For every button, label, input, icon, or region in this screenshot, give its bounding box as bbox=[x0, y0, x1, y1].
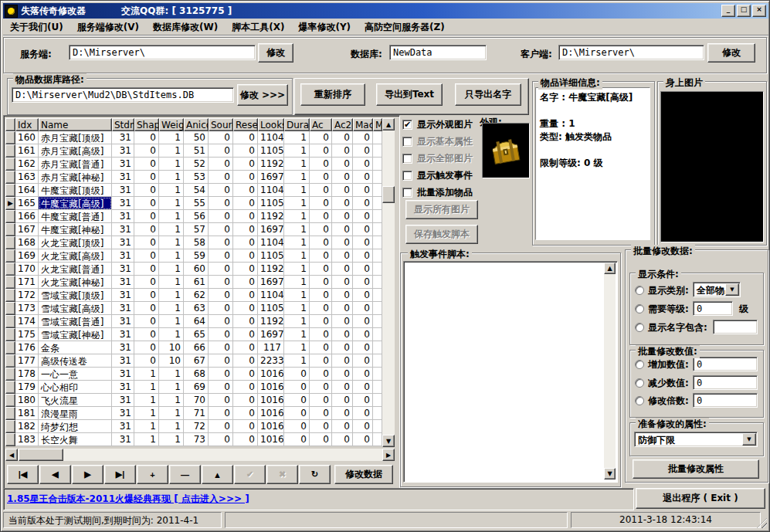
grid-cell[interactable] bbox=[373, 171, 382, 184]
grid-header-cell[interactable]: Weigh bbox=[159, 118, 184, 131]
grid-cell[interactable]: 1 bbox=[134, 394, 159, 407]
nav-first-button[interactable]: |◀ bbox=[7, 465, 39, 484]
grid-cell[interactable]: 31 bbox=[112, 394, 134, 407]
grid-cell[interactable]: 0 bbox=[310, 144, 332, 158]
grid-cell[interactable]: 2233 bbox=[258, 354, 284, 368]
modify-server-button[interactable]: 修改 bbox=[258, 43, 293, 63]
grid-cell[interactable]: 心心相印 bbox=[39, 381, 112, 394]
grid-cell[interactable]: 0 bbox=[310, 131, 332, 144]
grid-cell[interactable]: 1 bbox=[159, 210, 184, 223]
grid-cell[interactable]: 0 bbox=[332, 394, 353, 407]
grid-cell[interactable]: 31 bbox=[112, 315, 134, 328]
grid-cell[interactable]: 0 bbox=[332, 276, 353, 289]
grid-cell[interactable]: 1192 bbox=[258, 158, 284, 171]
grid-cell[interactable]: 赤月宝藏[顶级] bbox=[39, 131, 112, 144]
grid-cell[interactable]: 169 bbox=[15, 249, 39, 263]
grid-cell[interactable]: 160 bbox=[15, 131, 39, 144]
grid-cell[interactable]: 31 bbox=[112, 249, 134, 263]
grid-cell[interactable]: 0 bbox=[332, 368, 353, 381]
grid-cell[interactable]: 0 bbox=[310, 184, 332, 197]
grid-cell[interactable]: 0 bbox=[353, 433, 373, 446]
grid-cell[interactable]: 牛魔宝藏[普通] bbox=[39, 210, 112, 223]
grid-cell[interactable]: 0 bbox=[233, 171, 258, 184]
grid-cell[interactable]: 172 bbox=[15, 289, 39, 302]
row-indicator[interactable] bbox=[5, 394, 15, 407]
grid-cell[interactable]: 0 bbox=[134, 263, 159, 276]
grid-cell[interactable]: 31 bbox=[112, 381, 134, 394]
close-button[interactable]: × bbox=[752, 5, 766, 17]
grid-cell[interactable]: 31 bbox=[112, 368, 134, 381]
grid-cell[interactable]: 0 bbox=[233, 315, 258, 328]
grid-cell[interactable]: 170 bbox=[15, 263, 39, 276]
grid-cell[interactable]: 31 bbox=[112, 223, 134, 236]
grid-cell[interactable]: 1016 bbox=[258, 394, 284, 407]
grid-cell[interactable]: 0 bbox=[134, 158, 159, 171]
grid-cell[interactable]: 火龙宝藏[顶级] bbox=[39, 236, 112, 249]
grid-cell[interactable]: 56 bbox=[184, 210, 209, 223]
grid-cell[interactable]: 73 bbox=[184, 433, 209, 446]
grid-cell[interactable]: 0 bbox=[332, 381, 353, 394]
grid-cell[interactable]: 长空火舞 bbox=[39, 433, 112, 446]
grid-cell[interactable]: 117 bbox=[258, 341, 284, 354]
grid-cell[interactable]: 0 bbox=[310, 249, 332, 263]
grid-cell[interactable]: 31 bbox=[112, 341, 134, 354]
modify-path-button[interactable]: 修改 >>> bbox=[237, 84, 288, 106]
grid-cell[interactable]: 180 bbox=[15, 394, 39, 407]
grid-cell[interactable]: 0 bbox=[233, 381, 258, 394]
grid-cell[interactable]: 162 bbox=[15, 158, 39, 171]
grid-cell[interactable]: 火龙宝藏[神秘] bbox=[39, 276, 112, 289]
grid-cell[interactable]: 1016 bbox=[258, 420, 284, 433]
grid-cell[interactable]: 雪域宝藏[高级] bbox=[39, 302, 112, 315]
grid-header-cell[interactable]: Mac bbox=[353, 118, 373, 131]
grid-cell[interactable]: 0 bbox=[310, 433, 332, 446]
grid-cell[interactable]: 52 bbox=[184, 158, 209, 171]
grid-cell[interactable]: 1 bbox=[284, 210, 310, 223]
grid-cell[interactable]: 67 bbox=[184, 354, 209, 368]
grid-cell[interactable]: 1 bbox=[284, 354, 310, 368]
nav-insert-button[interactable]: + bbox=[137, 465, 168, 484]
grid-cell[interactable] bbox=[373, 341, 382, 354]
nav-refresh-button[interactable]: ↻ bbox=[299, 465, 331, 484]
grid-cell[interactable] bbox=[373, 263, 382, 276]
row-indicator[interactable] bbox=[5, 381, 15, 394]
radio-name-contains[interactable] bbox=[635, 323, 644, 332]
grid-cell[interactable]: 1 bbox=[134, 368, 159, 381]
grid-header-cell[interactable]: Ac2 bbox=[332, 118, 353, 131]
trigger-scroll-up-icon[interactable]: ▲ bbox=[604, 263, 616, 274]
grid-cell[interactable]: 1 bbox=[284, 171, 310, 184]
grid-cell[interactable]: 1697 bbox=[258, 223, 284, 236]
row-indicator[interactable] bbox=[5, 354, 15, 368]
grid-cell[interactable]: 0 bbox=[134, 131, 159, 144]
grid-cell[interactable]: 牛魔宝藏[神秘] bbox=[39, 223, 112, 236]
grid-cell[interactable]: 1 bbox=[159, 289, 184, 302]
grid-cell[interactable]: 10 bbox=[159, 354, 184, 368]
grid-header-cell[interactable]: Ma bbox=[373, 118, 382, 131]
grid-cell[interactable]: 31 bbox=[112, 210, 134, 223]
grid-cell[interactable]: 31 bbox=[112, 171, 134, 184]
grid-cell[interactable]: 57 bbox=[184, 223, 209, 236]
grid-cell[interactable]: 71 bbox=[184, 407, 209, 420]
grid-cell[interactable]: 1016 bbox=[258, 433, 284, 446]
grid-cell[interactable]: 火龙宝藏[普通] bbox=[39, 263, 112, 276]
grid-cell[interactable]: 0 bbox=[353, 354, 373, 368]
grid-cell[interactable]: 0 bbox=[209, 354, 233, 368]
grid-cell[interactable]: 0 bbox=[332, 315, 353, 328]
grid-cell[interactable]: 1697 bbox=[258, 328, 284, 341]
grid-cell[interactable]: 1104 bbox=[258, 184, 284, 197]
grid-cell[interactable]: 1 bbox=[284, 289, 310, 302]
grid-cell[interactable]: 58 bbox=[184, 236, 209, 249]
grid-cell[interactable]: 0 bbox=[134, 249, 159, 263]
grid-cell[interactable]: 0 bbox=[233, 144, 258, 158]
grid-cell[interactable]: 31 bbox=[112, 263, 134, 276]
grid-cell[interactable]: 0 bbox=[353, 302, 373, 315]
grid-cell[interactable]: 雪域宝藏[神秘] bbox=[39, 328, 112, 341]
grid-cell[interactable]: 65 bbox=[184, 328, 209, 341]
row-indicator[interactable] bbox=[5, 302, 15, 315]
grid-cell[interactable]: 0 bbox=[209, 184, 233, 197]
row-indicator[interactable] bbox=[5, 210, 15, 223]
grid-cell[interactable]: 1 bbox=[159, 302, 184, 315]
grid-cell[interactable]: 0 bbox=[353, 328, 373, 341]
grid-cell[interactable]: 1 bbox=[159, 158, 184, 171]
grid-cell[interactable]: 0 bbox=[353, 144, 373, 158]
grid-cell[interactable]: 0 bbox=[353, 249, 373, 263]
